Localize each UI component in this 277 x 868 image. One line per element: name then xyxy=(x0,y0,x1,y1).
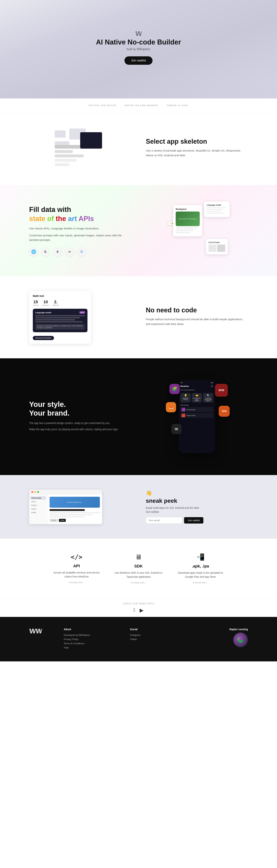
hero-cta-button[interactable]: Join waitlist xyxy=(125,56,152,65)
skeleton-text: Select app skeleton Use a variety of pre… xyxy=(146,137,248,160)
api-mockup: ⭐ Best UFO sightings spots Budapest The … xyxy=(162,200,232,262)
sneak-main: Visit the best places in... Cancel Save xyxy=(47,495,102,524)
api-para1: Use classic APIs, Language Models or Ima… xyxy=(29,226,131,231)
skeleton-heading: Select app skeleton xyxy=(146,137,248,145)
sneak-sidebar-item-3[interactable]: Saved xyxy=(30,507,46,510)
tagline-item-2: NATIVE IOS AND ANDROID xyxy=(125,104,158,106)
skeleton-section: Select app skeleton Use a variety of pre… xyxy=(0,112,277,185)
list-thumb2 xyxy=(217,245,225,252)
nocode-mockup: Math test 15 minutes 10 questions 2. dif… xyxy=(29,291,91,344)
api-main-card: Budapest The Garden of Philosophers xyxy=(173,205,202,236)
phone-time: 9:41 xyxy=(180,382,183,383)
sneak-mockup: Travel Guide Home Explore Saved Profile … xyxy=(29,490,102,524)
sneak-line3 xyxy=(49,516,85,517)
demo-bar: CHECK OUR DEMO APPS  ▶ xyxy=(0,599,277,617)
history-item-1: Comedy Scripts xyxy=(180,407,213,412)
footer-social-title: Social xyxy=(130,628,181,631)
counter-label-3: difficulty xyxy=(53,304,59,306)
footer: 𝕎𝕎 About Developed by BitRaptors Privacy… xyxy=(0,617,277,661)
skel-box-6 xyxy=(55,150,73,153)
footer-social-col: Social Instagram Twitter xyxy=(130,628,181,642)
skeleton-para: Use a variety of premade app structures.… xyxy=(146,148,248,158)
feature-sdk-coming: Coming soon... xyxy=(131,581,146,584)
hero-section: 𝕎 AI Native No-code Builder built by Bit… xyxy=(0,0,277,98)
footer-link-privacy[interactable]: Privacy Policy xyxy=(64,638,115,641)
sneak-hero-image: Visit the best places in... xyxy=(49,497,100,508)
footer-link-instagram[interactable]: Instagram xyxy=(130,634,181,637)
sneak-btn-2[interactable]: Save xyxy=(59,519,66,522)
phone-card-1-icon: 💡 xyxy=(181,394,189,397)
hero-gradient xyxy=(0,76,277,98)
nocode-ai-badge: gpt-4 xyxy=(79,311,85,314)
history-item-2: Orange Chicken xyxy=(180,413,213,418)
footer-link-terms[interactable]: Terms & Conditions xyxy=(64,642,115,645)
tagline-item-1: NOTION-LIKE EDITOR xyxy=(89,104,116,106)
api-lang-card: Language model xyxy=(204,202,230,217)
nocode-mockup-header: Math test xyxy=(33,294,88,298)
api-line1 xyxy=(176,227,197,229)
feature-api-desc: Access all available services and servic… xyxy=(51,570,102,579)
sneak-title-bar xyxy=(49,509,85,511)
play-store-icon[interactable]: ▶ xyxy=(140,607,144,613)
features-row: </> API Access all available services an… xyxy=(29,553,248,584)
api-lang-title: Language model xyxy=(207,204,227,206)
sneak-form: Join waitlist xyxy=(146,517,248,524)
ai-line2 xyxy=(35,317,80,318)
sneak-sidebar-item-1[interactable]: Home xyxy=(30,500,46,503)
sneak-sidebar-item-0[interactable]: Travel Guide xyxy=(30,496,46,500)
phone-card-2-text: Ask MindOne helps together xyxy=(193,398,201,401)
ai-line3 xyxy=(35,319,75,320)
sneak-line2 xyxy=(49,514,93,515)
api-icons-row: 🌐 S. A ∞ G xyxy=(29,247,131,256)
hero-subtitle: built by BitRaptors xyxy=(127,48,150,51)
nocode-section: Math test 15 minutes 10 questions 2. dif… xyxy=(0,276,277,358)
demo-bar-label: CHECK OUR DEMO APPS xyxy=(4,602,273,605)
skel-box-8 xyxy=(55,159,76,162)
lang-line2 xyxy=(207,209,223,210)
sneak-heading: sneak peek xyxy=(146,497,248,504)
feature-apk-icon: 📲 xyxy=(175,553,226,561)
ai-prompt-text: Provide me teaching material in a subjec… xyxy=(37,325,82,329)
sneak-hero-text: Visit the best places in... xyxy=(67,501,82,503)
sneak-content: Travel Guide Home Explore Saved Profile … xyxy=(29,495,102,524)
footer-link-twitter[interactable]: Twitter xyxy=(130,638,181,641)
float-icon-orange: 🦊 xyxy=(166,402,176,412)
phone-frame: 9:41 ●●● MindOne ☰ New to generative AI?… xyxy=(179,380,215,453)
tagline-item-3: COMING IN JUNE xyxy=(167,104,188,106)
footer-link-developed[interactable]: Developed by BitRaptors xyxy=(64,634,115,637)
footer-logo: 𝕎𝕎 xyxy=(29,628,42,635)
phone-signal: ●●● xyxy=(211,382,213,383)
tagline-dot-1: · xyxy=(120,104,121,106)
sneak-email-input[interactable] xyxy=(146,517,182,524)
feature-apk-coming: Coming later... xyxy=(193,581,208,584)
sneak-submit-button[interactable]: Join waitlist xyxy=(184,517,203,524)
sneak-line1 xyxy=(49,512,100,513)
nocode-para: People without technical background shou… xyxy=(146,317,248,326)
sneak-btn-1[interactable]: Cancel xyxy=(49,519,58,522)
feature-sdk: 🖥 SDK Use MindOne SDK in your iOS, Andro… xyxy=(113,553,164,584)
list-thumb1 xyxy=(208,245,216,252)
sneak-sidebar-item-2[interactable]: Explore xyxy=(30,504,46,507)
api-section: Fill data with state of the art APIs Use… xyxy=(0,185,277,276)
api-icon-g: G xyxy=(77,247,86,256)
tagline-bar: NOTION-LIKE EDITOR · NATIVE IOS AND ANDR… xyxy=(0,98,277,112)
phone-card-1: 💡 Interactive thinking xyxy=(180,393,191,402)
feature-sdk-desc: Use MindOne SDK in your iOS, Android or … xyxy=(113,571,164,579)
feature-api-title: API xyxy=(51,564,102,568)
api-icon-s: S. xyxy=(41,247,50,256)
sneak-visual: Travel Guide Home Explore Saved Profile … xyxy=(29,490,131,524)
lang-line1 xyxy=(207,207,226,208)
counter-label-2: questions xyxy=(42,304,49,306)
history-thumb-2 xyxy=(181,413,185,417)
features-section: </> API Access all available services an… xyxy=(0,539,277,599)
sneak-text: 👋 sneak peek Easily build Apps for iOS, … xyxy=(146,490,248,524)
history-thumb-1 xyxy=(181,408,185,411)
apple-store-icon[interactable]:  xyxy=(133,607,135,613)
sneak-sidebar-item-4[interactable]: Profile xyxy=(30,511,46,514)
tagline-dot-2: · xyxy=(162,104,163,106)
footer-raptor-visual: 🦕 xyxy=(233,632,248,647)
feature-api: </> API Access all available services an… xyxy=(51,553,102,584)
sneak-buttons: Cancel Save xyxy=(49,519,100,522)
phone-status-bar: 9:41 ●●● xyxy=(180,382,213,383)
footer-link-help[interactable]: Help xyxy=(64,646,115,649)
